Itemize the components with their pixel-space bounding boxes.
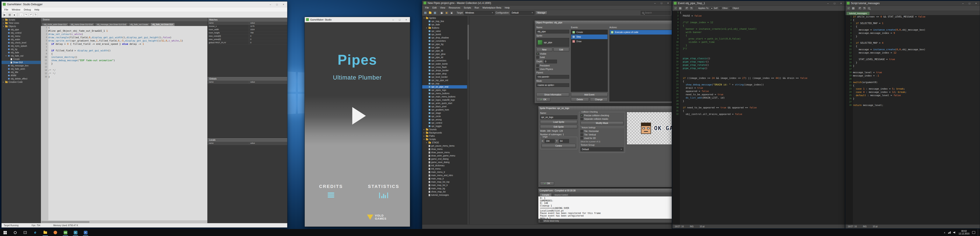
target-select[interactable]: Windows▼ (464, 11, 495, 15)
tree-item[interactable]: tutorial_messages (422, 193, 469, 197)
delete-event-button[interactable]: Delete (571, 98, 589, 101)
menu-item-file[interactable]: File (423, 6, 431, 10)
column-header-value[interactable]: value (249, 81, 287, 84)
tile-vertical-checkbox[interactable]: Tile: Vertical (581, 133, 624, 136)
new-sprite-button[interactable]: New (536, 48, 552, 52)
tree-item[interactable]: main_menu_tr (422, 170, 469, 174)
depth-input[interactable]: 0 (544, 60, 557, 63)
tree-item[interactable]: spr_main_menu_buttons (422, 95, 469, 98)
menu-item-resources[interactable]: Resources (447, 6, 462, 10)
event-item[interactable]: Draw (571, 39, 608, 44)
change-event-button[interactable]: Change (590, 98, 608, 101)
code-area[interactable]: 1{2 PAUSE = false34 /*if image_index = 1… (673, 11, 845, 225)
tree-item[interactable]: ▸Time Lines (2, 21, 41, 25)
search-input[interactable] (645, 11, 669, 14)
source-tab[interactable]: obj_fade_out Create (128, 23, 150, 26)
search-box[interactable] (641, 11, 670, 15)
new-project-icon[interactable]: ▤ (423, 11, 427, 15)
save-close-icon[interactable]: ✓ (847, 6, 851, 10)
horizontal-scrollbar[interactable] (41, 220, 207, 223)
modify-mask-button[interactable]: Modify Mask (581, 121, 624, 125)
tree-item[interactable]: ▸STAGE (422, 141, 469, 144)
watch-row[interactable]: view_xview[0]0 (208, 35, 287, 38)
tree-item[interactable]: get_pause_menu_items (422, 144, 469, 147)
tree-item[interactable]: ▸Creation Code (2, 81, 41, 84)
tile-horizontal-checkbox[interactable]: Tile: Horizontal (581, 130, 624, 132)
load-sprite-button[interactable]: Load Sprite (540, 120, 577, 124)
tree-item[interactable]: spr_gradient_hom (422, 108, 469, 111)
tree-item[interactable]: draw_pause_menu (422, 151, 469, 154)
code-area[interactable]: 1if while_screen <= 0 && STAT_LEVEL_MESS… (845, 15, 980, 225)
centre-button[interactable]: Centre (542, 144, 576, 148)
locals-body[interactable] (208, 145, 287, 223)
applies-to-object[interactable]: Object (730, 7, 739, 10)
maximize-icon[interactable]: □ (396, 17, 403, 22)
redo-icon[interactable]: ↷ (689, 6, 693, 10)
minimize-icon[interactable]: – (390, 17, 396, 22)
compile-output[interactable]: D: 1GAMEMODES:D: 148Cleanup 1<<<<<<<<<<L… (538, 196, 672, 219)
tree-item[interactable]: obj_bg (2, 48, 41, 51)
globals-body[interactable] (208, 84, 287, 138)
column-header-value[interactable]: value (249, 142, 287, 145)
find-icon[interactable] (867, 6, 871, 10)
tree-item[interactable]: ANIM (2, 74, 41, 77)
tree-item[interactable]: ▸Backgrounds (422, 131, 469, 135)
close-icon[interactable]: × (403, 17, 409, 22)
ok-button[interactable]: ✓OK (536, 98, 550, 101)
manage-button[interactable]: Manage (536, 11, 547, 15)
redo-icon[interactable]: ↷ (862, 6, 866, 10)
tree-item[interactable]: ▸Scripts (2, 18, 41, 21)
tree-item[interactable]: main_map_tr (422, 177, 469, 180)
tree-item[interactable]: obj_fade_anim (2, 67, 41, 71)
tree-item[interactable]: main_map_list_top (422, 180, 469, 184)
event-item[interactable]: Create (571, 30, 608, 35)
tree-item[interactable]: spr_pipe_lid (422, 56, 469, 59)
tree-item[interactable]: spr_pipe_bg (422, 43, 469, 46)
visible-checkbox[interactable]: Visible (536, 53, 569, 55)
tree-item[interactable]: Draw GUI (2, 61, 41, 64)
step-in-icon[interactable]: ↓ (19, 13, 23, 17)
minimize-icon[interactable]: – (652, 1, 658, 5)
tree-item[interactable]: ▸Buttons (422, 26, 469, 30)
column-header-name[interactable]: name (208, 142, 249, 145)
menu-item-scripts[interactable]: Scripts (462, 6, 473, 10)
origin-y-input[interactable]: 64 (559, 139, 569, 143)
open-project-icon[interactable] (428, 11, 432, 15)
save-icon[interactable]: ▦ (433, 11, 437, 15)
editor-titlebar[interactable]: Script tutorial_messages – □ × (845, 1, 980, 6)
sprite-name-input[interactable]: spr_on_logo (540, 116, 577, 119)
dialog-titlebar[interactable]: Object Properties: obj_pipe × (535, 21, 672, 24)
tree-item[interactable]: obj_pipe (2, 28, 41, 31)
actions-list[interactable]: Execute a piece of code (609, 30, 672, 101)
tree-item[interactable]: obj_fade (2, 51, 41, 54)
menu-item-help[interactable]: Help (33, 8, 41, 11)
add-event-button[interactable]: Add Event (571, 93, 608, 97)
watch-row[interactable]: view_yview[0]0 (208, 38, 287, 41)
tree-item[interactable]: game_end_dialog (422, 157, 469, 161)
statistics-button[interactable]: STATISTICS (358, 184, 410, 198)
tree-item[interactable]: ▾obj_fade_out (2, 54, 41, 57)
column-header-value[interactable]: value (249, 22, 287, 25)
column-header-name[interactable]: name (208, 81, 249, 84)
watches-body[interactable]: mouse_x1175room_width1024room_height768v… (208, 25, 287, 76)
tree-item[interactable]: spr_toggle (422, 125, 469, 128)
maximize-icon[interactable]: □ (966, 1, 973, 5)
tree-item[interactable]: spr_pipe (422, 46, 469, 49)
tree-item[interactable]: spr_drops_border (422, 69, 469, 72)
tree-item[interactable]: spr_top_pipe_ext (422, 79, 469, 82)
debugger-titlebar[interactable]: GameMaker: Studio Debugger – □ × (2, 2, 287, 7)
watch-row[interactable]: mouse_x1175 (208, 25, 287, 28)
solid-checkbox[interactable]: Solid (536, 56, 569, 59)
editor-titlebar[interactable]: Event obj_pipe_Step_1 – □ × (673, 1, 845, 6)
menu-item-file[interactable]: File (3, 8, 10, 11)
tree-scrollbar[interactable] (467, 16, 469, 225)
play-icon[interactable]: ▶ (3, 13, 6, 17)
tree-item[interactable]: spr_water_drop (422, 72, 469, 75)
restart-icon[interactable]: ↻ (34, 13, 38, 17)
maximize-icon[interactable]: □ (274, 2, 280, 7)
tree-item[interactable]: main_menu_and_intro (422, 174, 469, 177)
watch-row[interactable]: room_height768 (208, 32, 287, 35)
tree-item[interactable]: Create (2, 57, 41, 61)
tree-item[interactable]: spr_bomb (422, 33, 469, 36)
tree-item[interactable]: spr_pipe_glow (422, 52, 469, 56)
